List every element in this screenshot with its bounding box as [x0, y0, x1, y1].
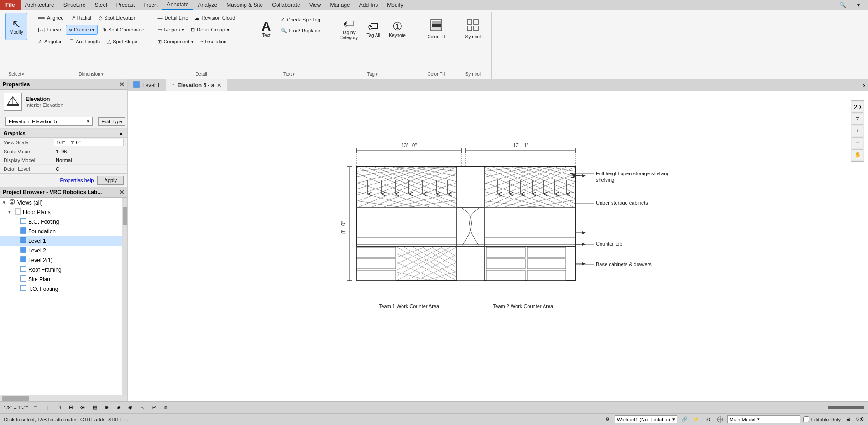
- spot-slope-button[interactable]: △ Spot Slope: [105, 37, 140, 47]
- view-2d-button[interactable]: 2D: [852, 102, 863, 113]
- menu-structure[interactable]: Structure: [59, 0, 90, 10]
- prop-type-dropdown[interactable]: Elevation: Elevation 5 - ▾: [5, 117, 93, 126]
- apply-button[interactable]: Apply: [97, 176, 124, 185]
- bottom-collab-icon[interactable]: 🔗: [680, 415, 689, 424]
- check-spelling-button[interactable]: ✓ Check Spelling: [278, 15, 323, 25]
- modify-button[interactable]: ↖ Modify: [5, 13, 27, 40]
- menu-manage[interactable]: Manage: [325, 0, 354, 10]
- tree-item-bo-footing[interactable]: B.O. Footing: [0, 217, 122, 226]
- text-group-arrow[interactable]: ▾: [293, 72, 295, 77]
- project-browser-scrollbar[interactable]: [122, 198, 127, 395]
- text-button[interactable]: A Text: [255, 13, 277, 45]
- aligned-button[interactable]: ⟺ Aligned: [35, 13, 67, 23]
- status-snap-btn[interactable]: ⊡: [55, 403, 64, 412]
- menu-massing[interactable]: Massing & Site: [222, 0, 267, 10]
- spot-elevation-button[interactable]: ◇ Spot Elevation: [96, 13, 139, 23]
- tree-item-floor-plans[interactable]: ▼ Floor Plans: [0, 207, 122, 217]
- tab-elevation5a[interactable]: ↑ Elevation 5 - a ✕: [166, 79, 228, 91]
- menu-options[interactable]: ▾: [852, 1, 864, 9]
- tree-expand-views[interactable]: ▼: [2, 200, 8, 205]
- pb-horizontal-scroll[interactable]: [2, 396, 29, 401]
- tab-level1[interactable]: Level 1: [128, 79, 166, 91]
- view-pan-button[interactable]: ✋: [852, 149, 863, 160]
- radial-button[interactable]: ↗ Radial: [68, 13, 94, 23]
- menu-precast[interactable]: Precast: [112, 0, 140, 10]
- editable-only-checkbox[interactable]: [803, 416, 809, 422]
- tree-item-level2[interactable]: Level 2: [0, 246, 122, 255]
- angular-button[interactable]: ∠ Angular: [35, 37, 64, 47]
- menu-collaborate[interactable]: Collaborate: [267, 0, 304, 10]
- detail-line-button[interactable]: — Detail Line: [155, 13, 191, 23]
- keynote-button[interactable]: ① Keynote: [386, 13, 408, 45]
- tag-all-button[interactable]: 🏷 Tag All: [362, 13, 384, 45]
- tree-item-roof-framing[interactable]: Roof Framing: [0, 265, 122, 274]
- spot-coordinate-button[interactable]: ⊕ Spot Coordinate: [99, 25, 147, 35]
- insulation-button[interactable]: ≈ Insulation: [198, 37, 229, 47]
- view-canvas[interactable]: 13' - 0" 13' - 1": [128, 91, 868, 401]
- region-button[interactable]: ▭ Region ▾: [155, 25, 187, 35]
- tree-item-to-footing[interactable]: T.O. Footing: [0, 284, 122, 294]
- status-frame-btn[interactable]: □: [31, 403, 40, 412]
- status-icon-group[interactable]: ⊞: [843, 415, 852, 424]
- select-group-arrow[interactable]: ▾: [22, 72, 24, 77]
- tab-scroll-right[interactable]: ›: [860, 80, 868, 90]
- menu-analyze[interactable]: Analyze: [193, 0, 222, 10]
- menu-insert[interactable]: Insert: [139, 0, 162, 10]
- tree-item-level2-1[interactable]: Level 2(1): [0, 255, 122, 265]
- status-hide-btn[interactable]: 👁: [78, 403, 88, 412]
- project-browser: Project Browser - VRC Robotics Lab... ✕ …: [0, 187, 127, 401]
- menu-steel[interactable]: Steel: [90, 0, 111, 10]
- status-3d-btn[interactable]: ◈: [114, 403, 123, 412]
- component-button[interactable]: ⊞ Component ▾: [155, 37, 197, 47]
- view-zoom-out-button[interactable]: −: [852, 137, 863, 148]
- graphics-section-arrow[interactable]: ▲: [119, 131, 124, 136]
- bottom-sync-icon[interactable]: ⚡: [692, 415, 701, 424]
- tree-item-site-plan[interactable]: Site Plan: [0, 274, 122, 284]
- status-render-btn[interactable]: ◉: [126, 403, 135, 412]
- color-fill-button[interactable]: Color Fill: [425, 13, 448, 45]
- menu-search[interactable]: 🔍: [835, 1, 851, 9]
- project-browser-close-button[interactable]: ✕: [119, 189, 125, 196]
- status-temp-btn[interactable]: ⊕: [102, 403, 111, 412]
- menu-file[interactable]: File: [0, 0, 21, 10]
- status-crop-btn[interactable]: ✂: [150, 403, 159, 412]
- menu-architecture[interactable]: Architecture: [21, 0, 59, 10]
- tab-close-button[interactable]: ✕: [217, 82, 221, 89]
- symbol-button[interactable]: Symbol: [462, 13, 484, 45]
- edit-type-button[interactable]: Edit Type: [98, 117, 125, 126]
- view-fit-button[interactable]: ⊡: [852, 114, 863, 125]
- tree-label-to-footing: T.O. Footing: [28, 286, 58, 292]
- menu-view[interactable]: View: [305, 0, 326, 10]
- svg-rect-128: [486, 259, 525, 269]
- linear-button[interactable]: |↔| Linear: [35, 25, 64, 35]
- status-shadow-btn[interactable]: ☼: [138, 403, 147, 412]
- properties-help-link[interactable]: Properties help: [60, 178, 94, 183]
- tree-item-foundation[interactable]: Foundation: [0, 226, 122, 236]
- tree-item-views-all[interactable]: ▼ Views (all): [0, 198, 122, 207]
- status-view-btn[interactable]: ▤: [90, 403, 99, 412]
- menu-addins[interactable]: Add-Ins: [355, 0, 382, 10]
- status-detail-btn[interactable]: ⊞: [67, 403, 76, 412]
- properties-close-button[interactable]: ✕: [119, 81, 125, 88]
- bottom-icon1[interactable]: ⚙: [603, 415, 612, 424]
- dimension-group-arrow[interactable]: ▾: [101, 72, 104, 77]
- view-scale-input[interactable]: [54, 139, 124, 146]
- menu-modify[interactable]: Modify: [382, 0, 408, 10]
- menu-annotate[interactable]: Annotate: [162, 0, 193, 10]
- revision-cloud-button[interactable]: ☁ Revision Cloud: [192, 13, 238, 23]
- tag-group-arrow[interactable]: ▾: [376, 72, 378, 77]
- status-icon-filter[interactable]: ▽:0: [855, 415, 864, 424]
- view-zoom-in-button[interactable]: +: [852, 126, 863, 136]
- tree-item-level1[interactable]: Level 1: [0, 236, 122, 246]
- coord-icon: [716, 416, 724, 423]
- main-model-dropdown[interactable]: Main Model ▾: [727, 415, 800, 423]
- tag-by-category-button[interactable]: 🏷 Tag byCategory: [337, 13, 361, 45]
- status-thin-lines-btn[interactable]: |: [43, 403, 52, 412]
- tree-expand-floor-plans[interactable]: ▼: [7, 210, 14, 215]
- diameter-button[interactable]: ⌀ Diameter: [66, 25, 98, 35]
- workset-dropdown[interactable]: Workset1 (Not Editable) ▾: [615, 415, 677, 423]
- find-replace-button[interactable]: 🔍 Find/ Replace: [278, 26, 323, 36]
- status-clipping-btn[interactable]: ⧈: [162, 403, 171, 412]
- detail-group-button[interactable]: ⊡ Detail Group ▾: [188, 25, 232, 35]
- arc-length-button[interactable]: ⌒ Arc Length: [66, 37, 103, 47]
